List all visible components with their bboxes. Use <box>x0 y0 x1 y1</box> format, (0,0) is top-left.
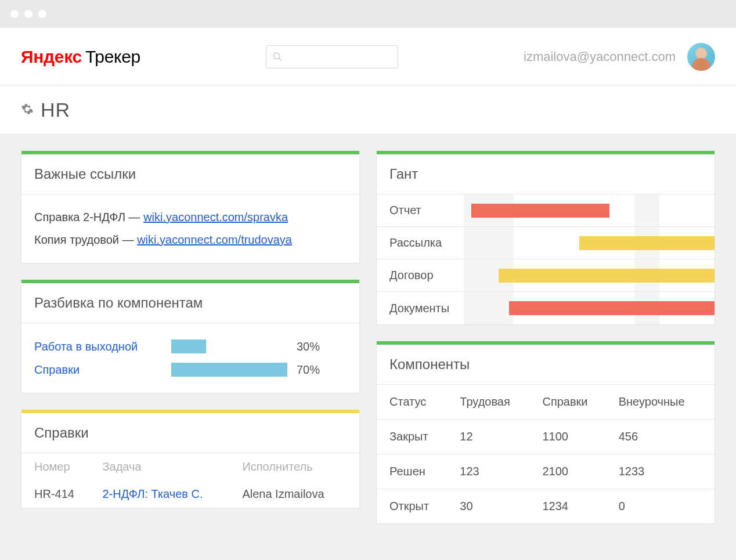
link-row: Справка 2-НДФЛ — wiki.yaconnect.com/spra… <box>34 206 347 229</box>
task-link[interactable]: 2-НДФЛ: Ткачев С. <box>102 487 203 500</box>
td: 2100 <box>535 454 611 489</box>
gantt-track <box>464 292 715 324</box>
breakdown-bar <box>171 363 287 377</box>
logo[interactable]: Яндекс Трекер <box>21 47 140 67</box>
card-title: Разбивка по компонентам <box>21 283 359 323</box>
th-number: Номер <box>21 453 102 480</box>
link-row: Копия трудовой — wiki.yaconnect.com/trud… <box>34 229 347 251</box>
gantt-bar[interactable] <box>499 269 715 283</box>
td-assignee: Alena Izmailova <box>242 480 359 508</box>
gantt-row: Рассылка <box>377 227 715 259</box>
breakdown-row: Работа в выходной 30% <box>34 335 347 358</box>
components-table: Статус Трудовая Справки Внеурочные Закры… <box>377 385 715 523</box>
th-task: Задача <box>102 453 242 480</box>
td: 0 <box>612 489 715 524</box>
table-row: Закрыт121100456 <box>377 420 715 454</box>
breakdown-row: Справки 70% <box>34 358 347 381</box>
gantt-row: Документы <box>377 292 715 324</box>
table-row: HR-414 2-НДФЛ: Ткачев С. Alena Izmailova <box>21 480 359 508</box>
card-title: Справки <box>21 413 359 453</box>
logo-yandex-text: Яндекс <box>21 47 82 67</box>
card-gantt: Гант ОтчетРассылкаДоговорДокументы <box>376 151 715 325</box>
link-url[interactable]: wiki.yaconnect.com/trudovaya <box>137 233 292 246</box>
card-breakdown: Разбивка по компонентам Работа в выходно… <box>21 280 360 393</box>
link-label: Справка 2-НДФЛ — <box>34 211 143 223</box>
th: Внеурочные <box>612 385 715 420</box>
column-right: Гант ОтчетРассылкаДоговорДокументы Компо… <box>376 151 715 524</box>
th-assignee: Исполнитель <box>242 453 359 480</box>
gantt-label: Договор <box>377 269 464 282</box>
svg-point-0 <box>273 53 280 59</box>
link-label: Копия трудовой — <box>34 233 137 246</box>
logo-tracker-text: Трекер <box>85 47 140 67</box>
dashboard: Важные ссылки Справка 2-НДФЛ — wiki.yaco… <box>0 135 736 540</box>
window-dot-minimize[interactable] <box>24 10 33 18</box>
search-icon <box>272 52 283 62</box>
card-title: Компоненты <box>377 345 715 385</box>
breakdown-pct: 70% <box>297 363 320 377</box>
svg-line-1 <box>279 58 282 61</box>
td: 12 <box>453 420 535 454</box>
breakdown-label[interactable]: Справки <box>34 363 162 377</box>
gantt-bar[interactable] <box>509 301 715 315</box>
td: 30 <box>453 489 535 524</box>
gantt-track <box>464 194 715 226</box>
link-url[interactable]: wiki.yaconnect.com/spravka <box>143 211 288 223</box>
card-components: Компоненты Статус Трудовая Справки Внеур… <box>376 341 715 524</box>
gantt-track <box>464 259 715 291</box>
user-email[interactable]: izmailova@yaconnect.com <box>524 49 676 64</box>
td: 123 <box>453 454 535 489</box>
td: Закрыт <box>377 420 453 454</box>
window-dot-close[interactable] <box>10 10 19 18</box>
window-chrome <box>0 0 736 28</box>
gantt-label: Отчет <box>377 204 464 217</box>
td: 1233 <box>612 454 715 489</box>
gantt-row: Договор <box>377 259 715 292</box>
breakdown-label[interactable]: Работа в выходной <box>34 340 162 353</box>
gantt-bar[interactable] <box>579 236 715 250</box>
avatar[interactable] <box>687 43 715 71</box>
td-number[interactable]: HR-414 <box>21 480 102 508</box>
page-title-bar: HR <box>0 86 736 135</box>
th: Справки <box>535 385 611 420</box>
gantt-track <box>464 227 715 259</box>
td: 1234 <box>535 489 611 524</box>
table-row: Открыт3012340 <box>377 489 715 524</box>
table-row: Решен12321001233 <box>377 454 715 489</box>
gantt-label: Рассылка <box>377 236 464 250</box>
header: Яндекс Трекер izmailova@yaconnect.com <box>0 28 736 86</box>
gantt-bar[interactable] <box>471 204 609 218</box>
page-title: HR <box>41 99 70 121</box>
gear-icon[interactable] <box>21 103 34 118</box>
gantt-row: Отчет <box>377 194 715 227</box>
th: Статус <box>377 385 453 420</box>
table-header-row: Номер Задача Исполнитель <box>21 453 359 480</box>
td: 456 <box>612 420 715 454</box>
td: Решен <box>377 454 453 489</box>
column-left: Важные ссылки Справка 2-НДФЛ — wiki.yaco… <box>21 151 360 524</box>
gantt-label: Документы <box>377 302 464 315</box>
th: Трудовая <box>453 385 535 420</box>
card-important-links: Важные ссылки Справка 2-НДФЛ — wiki.yaco… <box>21 151 360 263</box>
window-dot-maximize[interactable] <box>38 10 46 18</box>
breakdown-pct: 30% <box>297 340 320 353</box>
card-spravki: Справки Номер Задача Исполнитель HR-414 … <box>21 410 360 508</box>
card-title: Важные ссылки <box>21 154 359 194</box>
td: 1100 <box>535 420 611 454</box>
search-input[interactable] <box>266 45 398 68</box>
card-title: Гант <box>377 154 715 194</box>
breakdown-bar <box>171 339 206 353</box>
td: Открыт <box>377 489 453 524</box>
table-header-row: Статус Трудовая Справки Внеурочные <box>377 385 715 420</box>
